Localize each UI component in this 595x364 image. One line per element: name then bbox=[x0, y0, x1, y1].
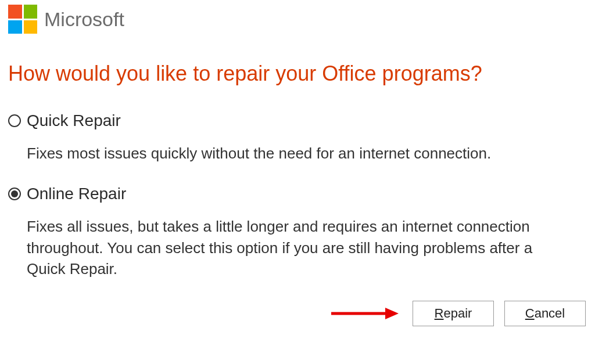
cancel-button[interactable]: Cancel bbox=[504, 301, 586, 326]
option-online-repair-header[interactable]: Online Repair bbox=[8, 185, 587, 203]
option-quick-repair-description: Fixes most issues quickly without the ne… bbox=[27, 143, 573, 164]
radio-online-repair[interactable] bbox=[8, 188, 21, 200]
brand-name: Microsoft bbox=[44, 8, 124, 31]
repair-button[interactable]: Repair bbox=[413, 301, 494, 326]
header: Microsoft bbox=[8, 5, 587, 34]
button-row: Repair Cancel bbox=[8, 301, 587, 326]
option-quick-repair-header[interactable]: Quick Repair bbox=[8, 111, 587, 130]
arrow-right-icon bbox=[330, 305, 400, 322]
option-online-repair: Online Repair Fixes all issues, but take… bbox=[8, 185, 587, 279]
radio-quick-repair[interactable] bbox=[8, 114, 21, 127]
option-online-repair-label: Online Repair bbox=[27, 185, 126, 203]
svg-marker-1 bbox=[385, 308, 399, 319]
option-quick-repair-label: Quick Repair bbox=[27, 111, 121, 130]
page-title: How would you like to repair your Office… bbox=[8, 62, 587, 86]
microsoft-logo-icon bbox=[8, 5, 37, 34]
option-online-repair-description: Fixes all issues, but takes a little lon… bbox=[27, 216, 573, 279]
option-quick-repair: Quick Repair Fixes most issues quickly w… bbox=[8, 111, 587, 164]
